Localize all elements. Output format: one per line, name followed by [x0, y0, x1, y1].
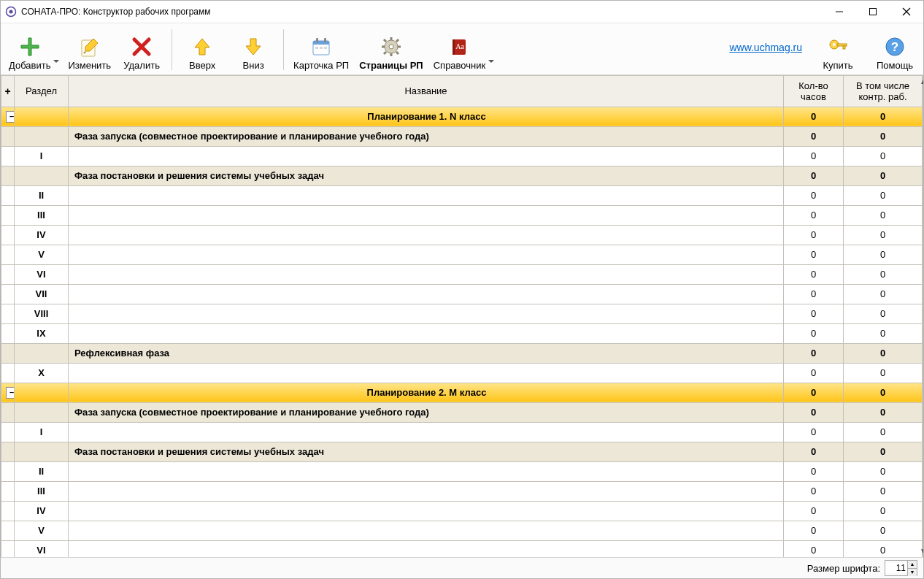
cell-hours[interactable]: 0	[784, 107, 844, 126]
cell-hours[interactable]: 0	[784, 540, 844, 557]
cell-section[interactable]: IV	[15, 225, 69, 245]
cell-ctrl[interactable]: 0	[844, 461, 923, 481]
help-button[interactable]: ? Помощь	[869, 26, 920, 73]
cell-ctrl[interactable]: 0	[844, 343, 923, 363]
pages-button[interactable]: Страницы РП	[354, 26, 428, 73]
cell-hours[interactable]: 0	[784, 442, 844, 461]
cell-hours[interactable]: 0	[784, 284, 844, 304]
grid-row[interactable]: VIII00	[1, 304, 923, 323]
col-header-hours[interactable]: Кол-во часов	[784, 75, 844, 107]
cell-section[interactable]: VI	[15, 264, 69, 284]
cell-hours[interactable]: 0	[784, 422, 844, 442]
cell-hours[interactable]: 0	[784, 383, 844, 402]
cell-name[interactable]: Рефлексивная фаза	[69, 343, 784, 363]
card-button[interactable]: Карточка РП	[288, 26, 354, 73]
cell-ctrl[interactable]: 0	[844, 304, 923, 323]
cell-ctrl[interactable]: 0	[844, 264, 923, 284]
cell-ctrl[interactable]: 0	[844, 284, 923, 304]
cell-section[interactable]: II	[15, 185, 69, 205]
grid-row[interactable]: III00	[1, 205, 923, 225]
cell-hours[interactable]: 0	[784, 323, 844, 343]
cell-name[interactable]: Фаза постановки и решения системы учебны…	[69, 442, 784, 461]
uchmag-link[interactable]: www.uchmag.ru	[729, 42, 802, 53]
grid-row[interactable]: Фаза запуска (совместное проектирование …	[1, 126, 923, 146]
cell-ctrl[interactable]: 0	[844, 146, 923, 166]
cell-name[interactable]	[69, 284, 784, 304]
cell-name[interactable]: Фаза постановки и решения системы учебны…	[69, 166, 784, 185]
cell-hours[interactable]: 0	[784, 363, 844, 383]
cell-hours[interactable]: 0	[784, 521, 844, 540]
cell-section[interactable]: III	[15, 481, 69, 501]
col-header-ctrl[interactable]: В том числе контр. раб.	[844, 75, 923, 107]
cell-ctrl[interactable]: 0	[844, 521, 923, 540]
grid-row[interactable]: Рефлексивная фаза00	[1, 343, 923, 363]
grid-row[interactable]: –Планирование 2. M класс00	[1, 383, 923, 402]
cell-name[interactable]	[69, 481, 784, 501]
cell-hours[interactable]: 0	[784, 166, 844, 185]
cell-hours[interactable]: 0	[784, 501, 844, 521]
cell-ctrl[interactable]: 0	[844, 323, 923, 343]
font-size-input[interactable]	[885, 563, 907, 573]
grid-row[interactable]: VII00	[1, 284, 923, 304]
cell-name[interactable]	[69, 461, 784, 481]
cell-ctrl[interactable]: 0	[844, 107, 923, 126]
cell-name[interactable]	[69, 146, 784, 166]
cell-name[interactable]: Планирование 1. N класс	[69, 107, 784, 126]
cell-name[interactable]	[69, 363, 784, 383]
cell-section[interactable]: III	[15, 205, 69, 225]
cell-ctrl[interactable]: 0	[844, 185, 923, 205]
cell-hours[interactable]: 0	[784, 205, 844, 225]
cell-name[interactable]	[69, 264, 784, 284]
grid-row[interactable]: Фаза запуска (совместное проектирование …	[1, 402, 923, 422]
grid-row[interactable]: III00	[1, 481, 923, 501]
window-close-button[interactable]	[890, 1, 923, 23]
expand-all-header[interactable]: +	[1, 75, 15, 107]
delete-button[interactable]: Удалить	[116, 26, 167, 73]
cell-hours[interactable]: 0	[784, 146, 844, 166]
cell-ctrl[interactable]: 0	[844, 501, 923, 521]
cell-section[interactable]	[15, 166, 69, 185]
grid-row[interactable]: IX00	[1, 323, 923, 343]
cell-name[interactable]	[69, 225, 784, 245]
planning-grid[interactable]: + Раздел Название Кол-во часов В том чис…	[1, 75, 923, 557]
cell-section[interactable]	[15, 126, 69, 146]
reference-button[interactable]: Aa Справочник	[428, 26, 498, 73]
cell-hours[interactable]: 0	[784, 245, 844, 264]
cell-ctrl[interactable]: 0	[844, 481, 923, 501]
grid-row[interactable]: I00	[1, 146, 923, 166]
cell-ctrl[interactable]: 0	[844, 442, 923, 461]
cell-section[interactable]: I	[15, 146, 69, 166]
cell-name[interactable]	[69, 540, 784, 557]
cell-ctrl[interactable]: 0	[844, 383, 923, 402]
cell-section[interactable]: VIII	[15, 304, 69, 323]
cell-section[interactable]	[15, 402, 69, 422]
grid-row[interactable]: VI00	[1, 540, 923, 557]
cell-ctrl[interactable]: 0	[844, 225, 923, 245]
cell-hours[interactable]: 0	[784, 126, 844, 146]
cell-section[interactable]	[15, 107, 69, 126]
grid-row[interactable]: II00	[1, 185, 923, 205]
cell-hours[interactable]: 0	[784, 225, 844, 245]
cell-section[interactable]: I	[15, 422, 69, 442]
add-button[interactable]: Добавить	[4, 26, 63, 73]
spin-down[interactable]: ▼	[907, 569, 917, 576]
edit-button[interactable]: Изменить	[63, 26, 116, 73]
grid-row[interactable]: Фаза постановки и решения системы учебны…	[1, 442, 923, 461]
col-header-name[interactable]: Название	[69, 75, 784, 107]
cell-section[interactable]: II	[15, 461, 69, 481]
cell-name[interactable]	[69, 323, 784, 343]
grid-row[interactable]: X00	[1, 363, 923, 383]
cell-hours[interactable]: 0	[784, 264, 844, 284]
cell-section[interactable]: IV	[15, 501, 69, 521]
cell-section[interactable]: VI	[15, 540, 69, 557]
cell-ctrl[interactable]: 0	[844, 205, 923, 225]
cell-name[interactable]: Фаза запуска (совместное проектирование …	[69, 402, 784, 422]
cell-section[interactable]	[15, 383, 69, 402]
cell-section[interactable]: V	[15, 245, 69, 264]
cell-ctrl[interactable]: 0	[844, 402, 923, 422]
cell-ctrl[interactable]: 0	[844, 166, 923, 185]
grid-row[interactable]: –Планирование 1. N класс00	[1, 107, 923, 126]
cell-name[interactable]: Фаза запуска (совместное проектирование …	[69, 126, 784, 146]
cell-hours[interactable]: 0	[784, 481, 844, 501]
cell-name[interactable]	[69, 304, 784, 323]
